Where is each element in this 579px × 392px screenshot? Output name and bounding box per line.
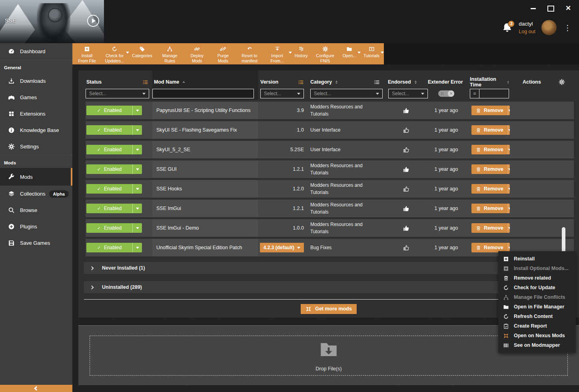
status-dropdown-caret[interactable]: [132, 223, 142, 233]
enabled-toggle-button[interactable]: ✓Enabled: [86, 106, 142, 115]
toolbar-item-history[interactable]: History: [291, 43, 311, 64]
sort-ascending-icon[interactable]: [182, 80, 186, 84]
context-menu-item-open-in-file-manager[interactable]: Open in File Manager: [498, 302, 576, 312]
thumb-up-outline-icon[interactable]: [403, 186, 409, 192]
maximize-button[interactable]: [547, 5, 554, 12]
remove-button[interactable]: Remove: [471, 184, 510, 194]
enabled-toggle-button[interactable]: ✓Enabled: [86, 145, 142, 154]
context-menu-item-create-report[interactable]: Create Report: [498, 321, 576, 331]
thumb-up-filled-icon[interactable]: [403, 107, 409, 114]
context-menu-item-refresh-content[interactable]: Refresh Content: [498, 312, 576, 321]
category-column-menu-icon[interactable]: [374, 79, 380, 85]
status-filter-select[interactable]: Select...: [86, 89, 149, 98]
toolbar-item-configure-fnis[interactable]: Configure FNIS: [311, 43, 339, 64]
sort-both-icon[interactable]: [413, 80, 418, 84]
status-dropdown-caret[interactable]: [132, 164, 142, 174]
toolbar-item-import-from[interactable]: Import From...: [264, 43, 291, 64]
modname-filter-input[interactable]: [152, 89, 254, 98]
thumb-up-filled-icon[interactable]: [403, 166, 409, 173]
status-column-menu-icon[interactable]: [142, 79, 148, 85]
sidebar-item-downloads[interactable]: Downloads: [0, 73, 72, 89]
table-settings-gear-icon[interactable]: [559, 79, 565, 85]
enabled-toggle-button[interactable]: ✓Enabled: [86, 125, 142, 135]
thumb-up-outline-icon[interactable]: [403, 146, 409, 153]
column-header-category[interactable]: Category: [310, 79, 332, 85]
sidebar-item-knowledge-base[interactable]: Knowledge Base: [0, 122, 72, 138]
sidebar-item-collections[interactable]: Collections Alpha: [0, 186, 72, 202]
toolbar-item-purge-mods[interactable]: Purge Mods: [210, 43, 236, 64]
thumb-up-filled-icon[interactable]: [403, 225, 409, 232]
sidebar-item-browse[interactable]: Browse: [0, 202, 72, 218]
sidebar-item-save-games[interactable]: Save Games: [0, 235, 72, 251]
status-dropdown-caret[interactable]: [132, 145, 142, 154]
enabled-toggle-button[interactable]: ✓Enabled: [86, 164, 142, 174]
column-header-installation-time[interactable]: Installation Time: [470, 76, 504, 88]
table-row[interactable]: ✓Enabled SkyUI SE - Flashing Savegames F…: [86, 121, 574, 139]
remove-button[interactable]: Remove: [471, 125, 510, 135]
endorsed-filter-select[interactable]: Select...: [388, 89, 428, 98]
context-menu-item-see-on-modmapper[interactable]: See on Modmapper: [498, 340, 576, 350]
sidebar-item-mods[interactable]: Mods: [0, 168, 72, 186]
context-menu-item-check-for-update[interactable]: Check for Update: [498, 283, 576, 292]
game-thumbnail[interactable]: SSE: [0, 0, 104, 43]
context-menu-item-open-on-nexus-mods[interactable]: Open on Nexus Mods: [498, 331, 576, 340]
avatar[interactable]: [541, 20, 557, 35]
context-menu-item-remove-related[interactable]: Remove related: [498, 273, 576, 283]
remove-button[interactable]: Remove: [471, 106, 510, 115]
thumb-up-outline-icon[interactable]: [403, 127, 409, 134]
remove-button[interactable]: Remove: [471, 164, 510, 174]
drop-files-zone[interactable]: Drop File(s): [90, 336, 568, 376]
enabled-toggle-button[interactable]: ✓Enabled: [86, 243, 142, 252]
version-filter-select[interactable]: Select...: [260, 89, 304, 98]
kebab-menu-button[interactable]: ⋮: [563, 23, 573, 32]
version-dropdown-button[interactable]: 4.2.3 (default): [260, 243, 304, 252]
remove-button[interactable]: Remove: [471, 223, 510, 233]
enabled-toggle-button[interactable]: ✓Enabled: [86, 184, 142, 194]
extender-error-filter-toggle[interactable]: ✕: [438, 90, 454, 97]
sort-both-icon[interactable]: [334, 80, 339, 84]
sidebar-item-settings[interactable]: Settings: [0, 138, 72, 155]
sidebar-item-plugins[interactable]: Plugins: [0, 218, 72, 235]
close-button[interactable]: ✕: [565, 5, 572, 12]
sidebar-collapse-button[interactable]: [0, 385, 72, 392]
table-row[interactable]: ✓Enabled SSE GUI 1.2.1 1.2.1 Modders Res…: [86, 160, 574, 178]
sort-both-icon[interactable]: [506, 80, 510, 84]
category-filter-select[interactable]: Select...: [310, 89, 383, 98]
minimize-button[interactable]: [529, 5, 537, 12]
play-icon[interactable]: [87, 15, 99, 27]
toolbar-item-check-for-updates[interactable]: Check for Updates...: [101, 43, 128, 64]
toolbar-item-reset-to-manifest[interactable]: Reset to manifest: [236, 43, 264, 64]
toolbar-item-manage-rules[interactable]: Manage Rules: [156, 43, 184, 64]
version-column-menu-icon[interactable]: [298, 79, 304, 85]
table-row[interactable]: ✓Enabled SSE ImGui - Demo 1.0.0 1.0.0 Mo…: [86, 219, 574, 237]
table-row[interactable]: ✓Enabled SkyUI_5_2_SE 5.2SE 5.2SE User I…: [86, 141, 574, 158]
sidebar-item-dashboard[interactable]: Dashboard: [0, 43, 72, 60]
get-more-mods-button[interactable]: Get more mods: [301, 304, 357, 314]
enabled-toggle-button[interactable]: ✓Enabled: [86, 204, 142, 213]
toolbar-item-deploy-mods[interactable]: Deploy Mods: [184, 43, 210, 64]
logout-link[interactable]: Log out: [519, 28, 535, 35]
status-dropdown-caret[interactable]: [132, 184, 142, 194]
sidebar-item-extensions[interactable]: Extensions: [0, 106, 72, 122]
thumb-up-outline-icon[interactable]: [403, 244, 409, 251]
thumb-up-filled-icon[interactable]: [403, 205, 409, 212]
context-menu-item-reinstall[interactable]: Reinstall: [498, 254, 576, 264]
time-equals-operator[interactable]: =: [470, 89, 479, 98]
status-dropdown-caret[interactable]: [132, 106, 142, 115]
sidebar-item-games[interactable]: Games: [0, 89, 72, 106]
toolbar-item-tutorials[interactable]: Tutorials: [360, 43, 383, 64]
remove-button[interactable]: Remove: [471, 145, 510, 154]
time-filter-input[interactable]: [479, 89, 509, 98]
toolbar-item-open[interactable]: Open...: [339, 43, 360, 64]
table-row[interactable]: ✓Enabled SSE ImGui 1.2.1 1.2.1 Modders R…: [86, 200, 574, 217]
table-row[interactable]: ✓Enabled PapyrusUtil SE - Scripting Util…: [86, 102, 574, 119]
status-dropdown-caret[interactable]: [132, 204, 142, 213]
status-dropdown-caret[interactable]: [132, 125, 142, 135]
status-dropdown-caret[interactable]: [132, 243, 142, 252]
column-header-endorsed[interactable]: Endorsed: [388, 79, 411, 85]
column-header-mod-name[interactable]: Mod Name: [154, 79, 179, 85]
notifications-button[interactable]: 3: [502, 22, 513, 33]
table-row[interactable]: ✓Enabled SSE Hooks 1.2.0 1.2.0 Modders R…: [86, 180, 574, 198]
toolbar-item-install-from-file[interactable]: Install From File: [73, 43, 101, 64]
enabled-toggle-button[interactable]: ✓Enabled: [86, 223, 142, 233]
